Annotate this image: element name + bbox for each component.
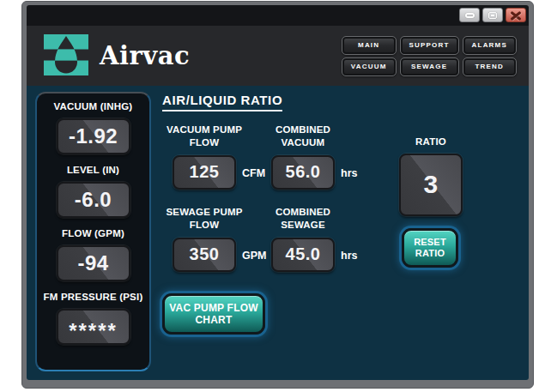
gauge-display-flow: -94: [57, 245, 130, 281]
field-label: COMBINED VACUUM: [247, 124, 359, 149]
nav-button-sewage[interactable]: SEWAGE: [400, 57, 459, 76]
field-display: 45.0: [271, 238, 335, 272]
vac-pump-flow-chart-button-label: VAC PUMP FLOW CHART: [169, 302, 258, 327]
ratio-group: RATIO 3: [375, 136, 487, 216]
nav-button-support[interactable]: SUPPORT: [400, 36, 459, 55]
field-display: 56.0: [271, 155, 335, 190]
field-display: 350: [173, 238, 236, 272]
reset-ratio-button[interactable]: RESET RATIO: [402, 228, 458, 268]
ratio-label: RATIO: [375, 136, 487, 148]
maximize-button[interactable]: [482, 8, 503, 22]
minimize-button[interactable]: [459, 8, 480, 22]
field-unit: hrs: [341, 167, 357, 179]
airvac-logo-icon: [44, 33, 88, 78]
gauge-display-vacuum: -1.92: [57, 118, 130, 154]
maximize-icon: [488, 12, 497, 19]
field-unit: hrs: [341, 250, 357, 262]
gauge-display-level: -6.0: [57, 182, 130, 218]
nav-button-alarms[interactable]: ALARMS: [463, 36, 517, 55]
gauge-label-vacuum: VACUUM (INHG): [54, 101, 133, 112]
field-sewage-pump-flow: SEWAGE PUMP FLOW 350 GPM: [148, 206, 260, 272]
field-combined-vacuum: COMBINED VACUUM 56.0 hrs: [247, 124, 359, 190]
nav-button-trend[interactable]: TREND: [463, 57, 517, 76]
ratio-display: 3: [399, 154, 463, 216]
field-label: SEWAGE PUMP FLOW: [148, 206, 260, 232]
page-title: AIR/LIQUID RATIO: [162, 93, 282, 112]
field-display: 125: [173, 155, 236, 190]
field-combined-sewage: COMBINED SEWAGE 45.0 hrs: [247, 206, 359, 272]
gauge-label-fm-pressure: FM PRESSURE (PSI): [44, 292, 143, 302]
close-button[interactable]: [506, 8, 526, 22]
gauge-panel: VACUUM (INHG) -1.92 LEVEL (IN) -6.0 FLOW…: [35, 92, 151, 371]
masked-value: *****: [69, 319, 118, 343]
nav-button-vacuum[interactable]: VACUUM: [342, 57, 397, 76]
minimize-icon: [465, 13, 475, 18]
nav-button-group: MAIN SUPPORT ALARMS VACUUM SEWAGE TREND: [342, 36, 517, 76]
nav-button-main[interactable]: MAIN: [342, 36, 397, 55]
gauge-label-flow: FLOW (GPM): [62, 228, 124, 238]
field-label: COMBINED SEWAGE: [247, 206, 359, 232]
field-vacuum-pump-flow: VACUUM PUMP FLOW 125 CFM: [148, 124, 260, 190]
vac-pump-flow-chart-button[interactable]: VAC PUMP FLOW CHART: [162, 293, 265, 335]
app-window: Airvac MAIN SUPPORT ALARMS VACUUM SEWAGE…: [21, 1, 534, 389]
close-icon: [511, 11, 521, 20]
brand-wordmark: Airvac: [100, 41, 190, 70]
window-controls: [459, 8, 526, 22]
header: Airvac MAIN SUPPORT ALARMS VACUUM SEWAGE…: [27, 26, 529, 86]
gauge-label-level: LEVEL (IN): [67, 165, 119, 175]
title-bar: [27, 5, 529, 26]
main-content: VACUUM (INHG) -1.92 LEVEL (IN) -6.0 FLOW…: [27, 86, 529, 380]
reset-ratio-button-label: RESET RATIO: [414, 237, 446, 259]
field-label: VACUUM PUMP FLOW: [148, 124, 260, 149]
gauge-display-fm-pressure: *****: [57, 309, 130, 345]
